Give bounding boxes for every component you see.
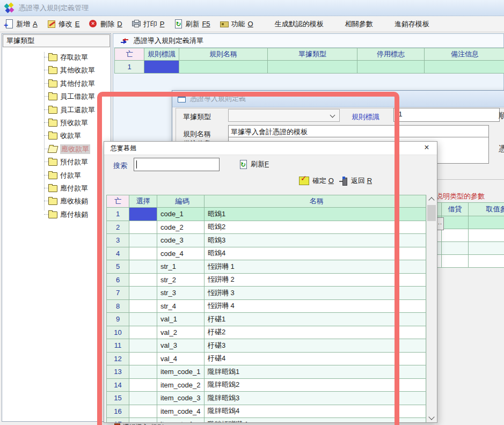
generate-default-template-button[interactable]: 生成默認的模板 bbox=[275, 19, 324, 29]
col-rule-name[interactable]: 規則名稱 bbox=[179, 48, 268, 61]
code-cell[interactable]: code_4 bbox=[157, 247, 204, 261]
table-row[interactable]: 1 bbox=[114, 61, 504, 74]
select-cell[interactable] bbox=[129, 365, 157, 379]
sidebar-item-5[interactable]: 員工還款單 bbox=[2, 104, 111, 116]
sidebar-item-8[interactable]: 應收款單 bbox=[2, 143, 111, 156]
col-disabled-flag[interactable]: 停用標志 bbox=[357, 48, 425, 61]
delete-button[interactable]: ✕ 刪除D bbox=[89, 19, 122, 29]
name-cell[interactable]: 晤鴆2 bbox=[204, 221, 426, 235]
table-row[interactable]: 4code_4晤鴆4 bbox=[106, 247, 426, 261]
table-row[interactable]: 2code_2晤鴆2 bbox=[106, 221, 426, 235]
sidebar-item-12[interactable]: 應收核銷 bbox=[2, 195, 111, 208]
col-name[interactable]: 名稱 bbox=[204, 195, 426, 208]
name-cell[interactable]: 恎跰囀 4 bbox=[204, 300, 426, 313]
sidebar-item-11[interactable]: 應付款單 bbox=[2, 182, 111, 195]
code-cell[interactable]: str_1 bbox=[157, 260, 204, 274]
code-cell[interactable]: val_3 bbox=[157, 339, 204, 353]
name-cell[interactable]: 杅碪2 bbox=[204, 326, 426, 340]
name-cell[interactable]: 隴牉晤鴆4 bbox=[204, 405, 426, 419]
table-row[interactable]: 6str_2恎跰囀 2 bbox=[106, 274, 426, 287]
table-row[interactable]: 11val_3杅碪3 bbox=[106, 339, 426, 353]
select-cell[interactable] bbox=[129, 326, 157, 340]
select-cell[interactable] bbox=[129, 260, 157, 274]
col-rule-id[interactable]: 規則標識 bbox=[144, 48, 179, 61]
select-cell[interactable] bbox=[129, 313, 157, 326]
code-cell[interactable]: item_code_1 bbox=[157, 365, 204, 379]
sidebar-item-10[interactable]: 付款單 bbox=[2, 169, 111, 182]
edit-button[interactable]: 修改E bbox=[47, 19, 80, 29]
new-button[interactable]: + 新增A bbox=[4, 19, 38, 29]
code-cell[interactable]: item_code_2 bbox=[157, 379, 204, 392]
sidebar-item-1[interactable]: 存取款單 bbox=[2, 51, 111, 64]
back-button[interactable]: 返回 R bbox=[339, 176, 372, 186]
select-cell[interactable] bbox=[129, 379, 157, 392]
function-button[interactable]: 功能O bbox=[220, 19, 253, 29]
name-cell[interactable]: 隴牉晤鴆3 bbox=[204, 392, 426, 405]
sidebar-item-2[interactable]: 其他收款單 bbox=[2, 64, 111, 77]
name-cell[interactable]: 恎跰囀 1 bbox=[204, 260, 426, 274]
table-row[interactable]: 17item_str_1隴牉恎跰囀 1 bbox=[106, 418, 426, 422]
col-seq[interactable]: 亡 bbox=[106, 195, 129, 208]
select-cell[interactable] bbox=[129, 234, 157, 247]
sidebar-item-7[interactable]: 收款單 bbox=[2, 129, 111, 142]
table-row[interactable]: 15item_code_3隴牉晤鴆3 bbox=[106, 392, 426, 405]
table-row[interactable]: 16item_code_4隴牉晤鴆4 bbox=[106, 405, 426, 419]
name-cell[interactable]: 晤鴆3 bbox=[204, 234, 426, 247]
table-row[interactable]: 13item_code_1隴牉晤鴆1 bbox=[106, 365, 426, 379]
select-cell[interactable] bbox=[129, 300, 157, 313]
table-row[interactable]: 3code_3晤鴆3 bbox=[106, 234, 426, 247]
name-cell[interactable]: 隴牉恎跰囀 1 bbox=[204, 418, 426, 422]
ok-button[interactable]: ✓ 確定 O bbox=[299, 176, 334, 186]
select-cell[interactable] bbox=[129, 274, 157, 287]
col-value-param[interactable]: 取值參數 bbox=[469, 202, 504, 216]
code-cell[interactable]: str_3 bbox=[157, 287, 204, 300]
name-cell[interactable]: 杅碪4 bbox=[204, 353, 426, 366]
sidebar-item-3[interactable]: 其他付款單 bbox=[2, 77, 111, 90]
scrollbar-thumb[interactable] bbox=[427, 205, 436, 221]
name-cell[interactable]: 恎跰囀 2 bbox=[204, 274, 426, 287]
col-select[interactable]: 選擇 bbox=[129, 195, 157, 208]
select-cell[interactable] bbox=[129, 418, 157, 422]
table-row[interactable]: 10val_2杅碪2 bbox=[106, 326, 426, 340]
sidebar-item-13[interactable]: 應付核銷 bbox=[2, 208, 111, 221]
select-cell[interactable] bbox=[129, 247, 157, 261]
select-cell[interactable] bbox=[129, 287, 157, 300]
col-remark[interactable]: 備注信息 bbox=[425, 48, 504, 61]
print-button[interactable]: 打印P bbox=[132, 19, 165, 29]
select-cell[interactable] bbox=[129, 339, 157, 353]
table-row[interactable]: 8str_4恎跰囀 4 bbox=[106, 300, 426, 313]
table-row[interactable]: 12val_4杅碪4 bbox=[106, 353, 426, 366]
code-cell[interactable]: str_4 bbox=[157, 300, 204, 313]
code-cell[interactable]: code_1 bbox=[157, 208, 204, 221]
col-code[interactable]: 編碼 bbox=[157, 195, 204, 208]
select-cell[interactable] bbox=[129, 353, 157, 366]
close-icon[interactable]: × bbox=[421, 142, 433, 153]
name-cell[interactable]: 杅碪3 bbox=[204, 339, 426, 353]
scroll-up-icon[interactable] bbox=[427, 195, 436, 204]
code-cell[interactable]: code_3 bbox=[157, 234, 204, 247]
code-cell[interactable]: item_code_3 bbox=[157, 392, 204, 405]
name-cell[interactable]: 杅碪1 bbox=[204, 313, 426, 326]
sidebar-item-9[interactable]: 預付款單 bbox=[2, 156, 111, 168]
col-doc-type[interactable]: 單據類型 bbox=[268, 48, 357, 61]
code-cell[interactable]: val_2 bbox=[157, 326, 204, 340]
code-cell[interactable]: item_str_1 bbox=[157, 418, 204, 422]
table-row[interactable]: 9val_1杅碪1 bbox=[106, 313, 426, 326]
code-cell[interactable]: item_code_4 bbox=[157, 405, 204, 419]
table-row[interactable]: 1code_1晤鴆1 bbox=[106, 208, 426, 221]
select-cell[interactable] bbox=[129, 221, 157, 235]
code-cell[interactable]: str_2 bbox=[157, 274, 204, 287]
select-cell[interactable] bbox=[129, 405, 157, 419]
sidebar-item-6[interactable]: 預收款單 bbox=[2, 116, 111, 129]
sidebar-item-4[interactable]: 員工借款單 bbox=[2, 90, 111, 103]
table-row[interactable]: 7str_3恎跰囀 3 bbox=[106, 287, 426, 300]
name-cell[interactable]: 恎跰囀 3 bbox=[204, 287, 426, 300]
col-debit-credit[interactable]: 借貸 bbox=[442, 202, 469, 216]
refresh-button[interactable]: ↻ 刷新F bbox=[238, 159, 269, 169]
doc-type-combobox[interactable] bbox=[228, 109, 340, 122]
rule-id-field[interactable]: -1 bbox=[393, 108, 500, 122]
vertical-scrollbar[interactable] bbox=[426, 195, 436, 422]
code-cell[interactable]: val_4 bbox=[157, 353, 204, 366]
scroll-down-icon[interactable] bbox=[427, 413, 436, 422]
col-seq[interactable]: 亡 bbox=[114, 48, 144, 61]
